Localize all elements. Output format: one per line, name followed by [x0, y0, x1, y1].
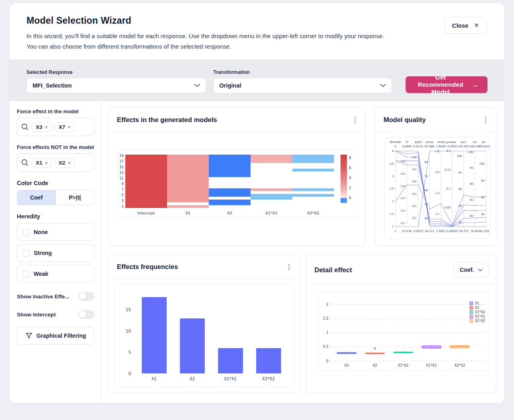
axis-max-label: 101.497 — [458, 145, 469, 148]
heatmap-cell — [125, 194, 167, 197]
axis-min-label: 0.0313 — [414, 230, 423, 233]
checkbox-icon[interactable] — [22, 250, 29, 257]
heatmap-cell — [292, 160, 334, 163]
wizard-description-line-1: In this wizard, you'll find a suitable m… — [27, 31, 412, 41]
box-y-tick: 2 — [326, 302, 328, 306]
page-title: Model Selection Wizard — [27, 15, 412, 26]
graphical-filtering-label: Graphical Filtering — [37, 332, 86, 339]
axis-header: r2 — [406, 141, 408, 144]
frequency-bar — [142, 297, 167, 373]
checkbox-icon[interactable] — [22, 229, 29, 236]
heatmap-cell — [209, 163, 251, 166]
force-in-search-input[interactable]: X3 × X7 × — [17, 118, 94, 136]
heatmap-cell — [251, 155, 292, 157]
charts-area: Effects in the generated models 19171513… — [101, 101, 504, 403]
bar-y-tick: 0 — [117, 371, 131, 376]
kebab-menu-icon[interactable] — [286, 262, 292, 272]
kebab-menu-icon[interactable] — [483, 115, 489, 125]
heatmap-cell — [125, 180, 167, 183]
heatmap-cell — [125, 197, 167, 200]
color-code-option-pvalue[interactable]: P>|t| — [55, 190, 94, 205]
search-icon — [21, 123, 29, 131]
chip-x7[interactable]: X7 × — [55, 122, 75, 132]
box-x-tick: X1*X1 — [426, 363, 437, 367]
close-button-label: Close — [452, 22, 469, 29]
axis-min-label: 34.111 — [425, 230, 434, 233]
heatmap-cell — [125, 157, 167, 160]
heatmap-cell — [125, 174, 167, 177]
box-x-tick: X1*X2 — [398, 363, 409, 367]
heatmap-cell — [209, 174, 251, 177]
heatmap-cell — [292, 194, 334, 197]
legend-item[interactable]: X2*X2 — [469, 319, 485, 323]
chip-remove-icon[interactable]: × — [45, 124, 48, 130]
heatmap-cell — [167, 205, 209, 208]
force-out-search-input[interactable]: X1 × X2 × — [17, 153, 94, 172]
graphical-filtering-button[interactable]: Graphical Filtering — [17, 327, 94, 345]
heatmap-cell — [125, 191, 167, 194]
close-button[interactable]: Close ✕ — [445, 17, 487, 34]
heatmap-cell — [209, 169, 251, 171]
show-intercept-toggle[interactable] — [78, 310, 94, 319]
heredity-option-strong[interactable]: Strong — [17, 244, 94, 262]
chip-remove-icon[interactable]: × — [68, 160, 71, 166]
heatmap-cell — [125, 183, 167, 186]
transformation-dropdown[interactable]: Original — [213, 78, 392, 93]
legend-item[interactable]: X1*X2 — [469, 310, 485, 314]
legend-label: X2*X2 — [475, 319, 485, 323]
kebab-menu-icon[interactable] — [352, 115, 359, 125]
heatmap-cell — [209, 166, 251, 169]
chip-label: X1 — [36, 160, 43, 166]
get-recommended-model-button[interactable]: Get Recommended Model → — [406, 76, 487, 93]
axis-tick-label: 0.5 — [412, 168, 416, 171]
checkbox-icon[interactable] — [22, 271, 29, 277]
heatmap-x-tick: X1*X1 — [251, 211, 292, 215]
chip-x3[interactable]: X3 × — [32, 122, 52, 132]
heredity-option-weak[interactable]: Weak — [17, 265, 94, 283]
axis-tick-label: 0.05 — [445, 206, 450, 209]
heatmap-cell — [167, 171, 209, 174]
axis-max-label: 0.6843 — [402, 145, 412, 148]
axis-tick-label: 85 — [470, 198, 473, 201]
axis-tick-label: 95 — [470, 166, 473, 169]
bar-x-tick: X2*X2 — [249, 377, 288, 381]
heredity-option-none[interactable]: None — [17, 223, 94, 241]
legend-item[interactable]: X1*X1 — [469, 315, 485, 318]
chip-remove-icon[interactable]: × — [68, 124, 71, 130]
axis-max-label: 103.832 — [479, 145, 490, 148]
heatmap-cell — [125, 169, 167, 171]
heatmap-y-tick: 17 — [118, 160, 124, 163]
bar-x-tick: X1*X1 — [211, 377, 249, 381]
detail-effect-panel: Detail effect Coef. 00.511.52X1X2X1*X2X1… — [306, 254, 496, 393]
selected-response-dropdown[interactable]: MFI_Selection — [27, 78, 206, 93]
mean-point — [402, 351, 404, 353]
heatmap-y-tick: 13 — [118, 171, 124, 174]
axis-min-label: 0.0734 — [402, 230, 412, 233]
box — [450, 345, 469, 348]
detail-effect-metric-value: Coef. — [460, 267, 474, 273]
chip-x1[interactable]: X1 × — [32, 158, 52, 168]
colorbar-tick: 2 — [349, 186, 351, 190]
chart-legend: X1X2X1*X2X1*X1X2*X2 — [469, 302, 485, 324]
axis-tick-label: 100 — [457, 154, 462, 157]
axis-tick-label: 0.2 — [401, 209, 405, 212]
axis-tick-label: 3 — [392, 174, 394, 177]
heatmap-cell — [125, 200, 167, 202]
legend-item[interactable]: X1 — [469, 302, 485, 305]
legend-swatch — [469, 306, 473, 310]
heatmap-cell — [167, 157, 209, 160]
chip-remove-icon[interactable]: × — [45, 160, 48, 166]
axis-header: bic — [482, 141, 486, 144]
legend-item[interactable]: X2 — [469, 306, 485, 310]
show-inactive-effects-toggle[interactable] — [78, 292, 94, 301]
heatmap-cell — [167, 200, 209, 202]
detail-effect-metric-dropdown[interactable]: Coef. — [454, 262, 489, 277]
chip-x2[interactable]: X2 × — [55, 158, 75, 168]
heatmap-cell — [167, 180, 209, 183]
transformation-value: Original — [219, 82, 241, 89]
color-code-segmented-control: Coef P>|t| — [17, 190, 94, 205]
color-code-option-coef[interactable]: Coef — [17, 190, 55, 205]
effects-models-title: Effects in the generated models — [117, 116, 217, 124]
axis-min-label: 1.0811 — [436, 230, 446, 233]
bar-x-tick: X2 — [173, 377, 211, 381]
